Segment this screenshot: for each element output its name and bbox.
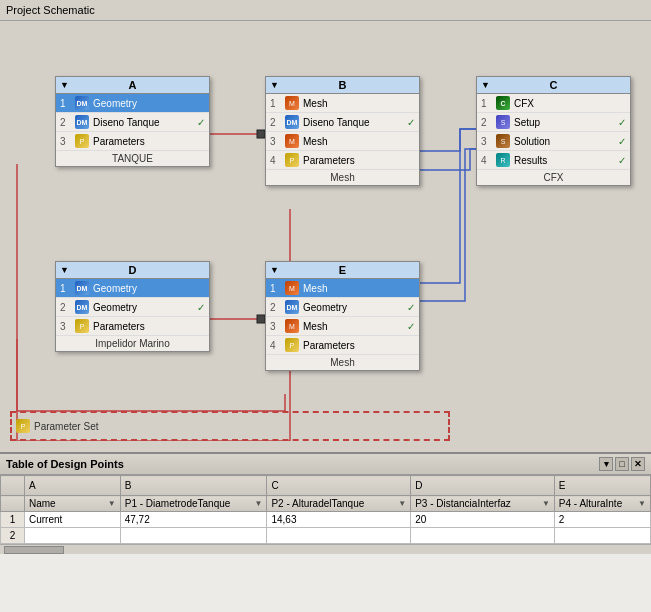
sub-col-p4[interactable]: P4 - AlturaInte ▼ [554, 496, 650, 512]
col-header-row-num [1, 476, 25, 496]
dm-icon: DM [74, 114, 90, 130]
sub-col-row [1, 496, 25, 512]
col-header-D: D [411, 476, 555, 496]
row-2-p1[interactable] [120, 528, 267, 544]
sub-col-p1[interactable]: P1 - DiametrodeTanque ▼ [120, 496, 267, 512]
row-1-p3[interactable]: 20 [411, 512, 555, 528]
node-E-row-4[interactable]: 4 P Parameters [266, 336, 419, 355]
node-A-collapse[interactable]: ▼ [60, 80, 69, 90]
node-D-footer: Impelidor Marino [56, 336, 209, 351]
table-row[interactable]: 2 [1, 528, 651, 544]
mesh-icon: M [284, 95, 300, 111]
row-1-p2[interactable]: 14,63 [267, 512, 411, 528]
node-B-label: B [339, 79, 347, 91]
node-E-row-1[interactable]: 1 M Mesh [266, 279, 419, 298]
node-D-row-2[interactable]: 2 DM Geometry ✓ [56, 298, 209, 317]
sort-arrow-name: ▼ [108, 499, 116, 508]
node-E-row4-label: Parameters [303, 340, 415, 351]
design-table: A B C D E Name ▼ [0, 475, 651, 544]
sub-col-p3[interactable]: P3 - DistanciaInterfaz ▼ [411, 496, 555, 512]
horizontal-scrollbar[interactable] [0, 544, 651, 554]
node-B-collapse[interactable]: ▼ [270, 80, 279, 90]
node-B-row-4[interactable]: 4 P Parameters [266, 151, 419, 170]
node-C-row-3[interactable]: 3 S Solution ✓ [477, 132, 630, 151]
dm-icon: DM [74, 280, 90, 296]
dm-icon: DM [74, 299, 90, 315]
window-title: Project Schematic [6, 4, 95, 16]
node-E-row-3[interactable]: 3 M Mesh ✓ [266, 317, 419, 336]
node-A: ▼ A 1 DM Geometry 2 DM Diseno Tanque ✓ 3… [55, 76, 210, 167]
node-E-row3-label: Mesh [303, 321, 405, 332]
node-D-row3-label: Parameters [93, 321, 205, 332]
row-1-name[interactable]: Current [24, 512, 120, 528]
node-C-row-4[interactable]: 4 R Results ✓ [477, 151, 630, 170]
node-E-row1-label: Mesh [303, 283, 415, 294]
row-2-p3[interactable] [411, 528, 555, 544]
row-2-p4[interactable] [554, 528, 650, 544]
dm-icon: DM [284, 299, 300, 315]
node-A-row2-label: Diseno Tanque [93, 117, 195, 128]
title-bar: Project Schematic [0, 0, 651, 21]
node-C-row4-label: Results [514, 155, 616, 166]
row-2-name[interactable] [24, 528, 120, 544]
node-D-row-3[interactable]: 3 P Parameters [56, 317, 209, 336]
row-1-p1[interactable]: 47,72 [120, 512, 267, 528]
node-C-footer: CFX [477, 170, 630, 185]
node-D-row2-label: Geometry [93, 302, 195, 313]
close-button[interactable]: ✕ [631, 457, 645, 471]
row-1-p4[interactable]: 2 [554, 512, 650, 528]
node-E-collapse[interactable]: ▼ [270, 265, 279, 275]
param-icon: P [74, 133, 90, 149]
node-E-header: ▼ E [266, 262, 419, 279]
node-E-row-2[interactable]: 2 DM Geometry ✓ [266, 298, 419, 317]
param-icon: P [284, 337, 300, 353]
node-D-label: D [129, 264, 137, 276]
sub-col-p3-label: P3 - DistanciaInterfaz [415, 498, 511, 509]
node-B-row-2[interactable]: 2 DM Diseno Tanque ✓ [266, 113, 419, 132]
node-A-header: ▼ A [56, 77, 209, 94]
node-D-collapse[interactable]: ▼ [60, 265, 69, 275]
pin-button[interactable]: ▾ [599, 457, 613, 471]
sub-col-p2[interactable]: P2 - AlturadelTanque ▼ [267, 496, 411, 512]
node-B-row2-label: Diseno Tanque [303, 117, 405, 128]
node-B: ▼ B 1 M Mesh 2 DM Diseno Tanque ✓ 3 M Me… [265, 76, 420, 186]
node-D-row-1[interactable]: 1 DM Geometry [56, 279, 209, 298]
node-A-label: A [129, 79, 137, 91]
node-B-row4-label: Parameters [303, 155, 415, 166]
svg-rect-2 [257, 130, 265, 138]
results-icon: R [495, 152, 511, 168]
row-2-p2[interactable] [267, 528, 411, 544]
col-header-A: A [24, 476, 120, 496]
setup-icon: S [495, 114, 511, 130]
mesh-icon: M [284, 133, 300, 149]
node-B-row-1[interactable]: 1 M Mesh [266, 94, 419, 113]
col-header-B: B [120, 476, 267, 496]
solution-icon: S [495, 133, 511, 149]
table-row[interactable]: 1 Current 47,72 14,63 20 2 [1, 512, 651, 528]
node-E-row2-label: Geometry [303, 302, 405, 313]
node-A-row-1[interactable]: 1 DM Geometry [56, 94, 209, 113]
table-panel: Table of Design Points ▾ □ ✕ A B C D E [0, 452, 651, 612]
node-B-row1-label: Mesh [303, 98, 415, 109]
scrollbar-thumb[interactable] [4, 546, 64, 554]
node-C-row-1[interactable]: 1 C CFX [477, 94, 630, 113]
node-C-collapse[interactable]: ▼ [481, 80, 490, 90]
node-C-row3-label: Solution [514, 136, 616, 147]
schematic-area: ▼ A 1 DM Geometry 2 DM Diseno Tanque ✓ 3… [0, 21, 651, 441]
col-header-E: E [554, 476, 650, 496]
param-icon: P [74, 318, 90, 334]
node-A-row1-label: Geometry [93, 98, 205, 109]
sub-col-p2-label: P2 - AlturadelTanque [271, 498, 364, 509]
sub-col-name[interactable]: Name ▼ [24, 496, 120, 512]
node-D-header: ▼ D [56, 262, 209, 279]
table-scroll-area[interactable]: A B C D E Name ▼ [0, 475, 651, 544]
param-set-icon: P [16, 419, 30, 434]
col-header-C: C [267, 476, 411, 496]
node-A-row-2[interactable]: 2 DM Diseno Tanque ✓ [56, 113, 209, 132]
node-C-row-2[interactable]: 2 S Setup ✓ [477, 113, 630, 132]
row-num-1: 1 [1, 512, 25, 528]
node-B-row-3[interactable]: 3 M Mesh [266, 132, 419, 151]
svg-rect-3 [257, 315, 265, 323]
node-A-row-3[interactable]: 3 P Parameters [56, 132, 209, 151]
maximize-button[interactable]: □ [615, 457, 629, 471]
